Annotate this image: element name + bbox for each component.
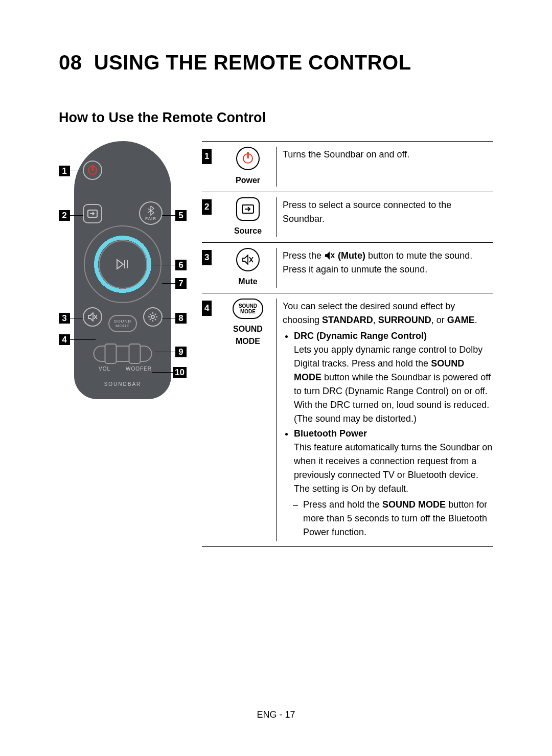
- mute-icon-inline: [324, 251, 335, 260]
- pair-label: PAIR: [145, 216, 156, 221]
- callout-3: 3: [59, 313, 83, 324]
- row-icon-label: Source: [220, 225, 276, 237]
- intro-text: .: [475, 315, 477, 325]
- table-row: 1 Power Turns the Soundbar on and off.: [202, 142, 493, 192]
- gear-icon: [148, 312, 158, 322]
- page-footer: ENG - 17: [0, 709, 552, 720]
- source-icon: [242, 204, 254, 214]
- callout-num: 3: [59, 313, 70, 324]
- callout-9: 9: [155, 347, 187, 357]
- callout-5: 5: [162, 210, 187, 221]
- callout-4: 4: [59, 334, 96, 345]
- row-icon-cell: Mute: [220, 248, 276, 288]
- row-num: 4: [202, 301, 212, 316]
- sound-mode-icon-box: SOUND MODE: [233, 299, 263, 319]
- callout-num: 1: [59, 166, 70, 176]
- row-desc: Press to select a source connected to th…: [276, 197, 493, 237]
- sub-text: Press and hold the: [303, 499, 382, 510]
- pill-line1: SOUND: [239, 303, 257, 309]
- settings-button: [143, 307, 163, 327]
- source-icon: [87, 210, 98, 218]
- remote-body: PAIR: [74, 141, 171, 399]
- woofer-label: WOOFER: [126, 366, 152, 372]
- intro-bold: SURROUND: [378, 315, 431, 325]
- callout-10: 10: [152, 367, 187, 378]
- intro-bold: GAME: [447, 315, 475, 325]
- callout-1: 1: [59, 166, 83, 176]
- desc-text: Press the: [283, 250, 324, 261]
- sound-mode-line2: MODE: [116, 324, 130, 328]
- callout-2: 2: [59, 210, 83, 221]
- callout-num: 8: [175, 313, 187, 324]
- table-row: 4 SOUND MODE SOUND MODE You can select t…: [202, 293, 493, 547]
- sub-bold: SOUND MODE: [382, 499, 446, 510]
- callout-num: 2: [59, 210, 70, 221]
- svg-point-1: [151, 315, 154, 318]
- bullet-title: DRC (Dynamic Range Control): [294, 331, 427, 341]
- table-row: 3 Mute Press the (Mute) button to mute: [202, 243, 493, 293]
- callout-num: 10: [173, 367, 187, 378]
- woofer-tab: [129, 343, 141, 364]
- nav-ring: [84, 225, 162, 303]
- section-title-text: USING THE REMOTE CONTROL: [94, 51, 411, 74]
- row-icon-cell: SOUND MODE SOUND MODE: [220, 299, 276, 541]
- row-num: 1: [202, 149, 212, 164]
- list-item: Bluetooth Power This feature automatical…: [294, 427, 493, 539]
- power-icon: [88, 166, 97, 175]
- intro-text: ,: [373, 315, 378, 325]
- vol-woofer-rocker: [94, 346, 152, 362]
- row-icon-cell: Source: [220, 197, 276, 237]
- vol-label: VOL: [99, 366, 110, 372]
- callout-num: 9: [175, 347, 187, 357]
- power-button: [83, 161, 102, 180]
- row-icon-label: Mute: [220, 276, 276, 288]
- brand-label: SOUNDBAR: [104, 381, 142, 387]
- row-icon-cell: Power: [220, 147, 276, 187]
- row-desc: Turns the Soundbar on and off.: [276, 147, 493, 187]
- source-button: [83, 204, 102, 223]
- row-num: 3: [202, 250, 212, 265]
- sound-mode-line1: SOUND: [114, 319, 131, 324]
- mute-icon: [87, 312, 98, 322]
- source-icon-box: [236, 197, 260, 221]
- row-icon-label: SOUND MODE: [220, 323, 276, 348]
- callout-num: 4: [59, 334, 70, 345]
- section-title: 08 USING THE REMOTE CONTROL: [59, 51, 493, 74]
- desc-bold: (Mute): [338, 250, 365, 261]
- row-desc: Press the (Mute) button to mute the soun…: [276, 248, 493, 288]
- pill-line2: MODE: [240, 309, 256, 314]
- row-num: 2: [202, 199, 212, 215]
- list-item: DRC (Dynamic Range Control) Lets you app…: [294, 329, 493, 426]
- power-icon-box: [236, 147, 260, 170]
- subsection-title: How to Use the Remote Control: [59, 110, 493, 126]
- list-item: Press and hold the SOUND MODE button for…: [303, 498, 493, 539]
- mute-icon-box: [236, 248, 260, 271]
- callout-num: 7: [175, 278, 187, 289]
- table-row: 2 Source Press to select a source connec…: [202, 192, 493, 243]
- intro-text: , or: [431, 315, 447, 325]
- bluetooth-pair-button: PAIR: [139, 201, 163, 225]
- section-number: 08: [59, 51, 82, 74]
- bullet-text: button while the Soundbar is powered off…: [294, 372, 491, 424]
- row-icon-label: Power: [220, 174, 276, 187]
- callout-num: 5: [175, 210, 187, 221]
- bullet-text: This feature automatically turns the Sou…: [294, 442, 492, 494]
- play-pause-icon: [116, 259, 129, 270]
- intro-bold: STANDARD: [322, 315, 373, 325]
- sound-mode-button: SOUND MODE: [108, 315, 137, 332]
- mute-icon: [242, 255, 254, 265]
- callout-num: 6: [175, 260, 187, 270]
- function-table: 1 Power Turns the Soundbar on and off. 2: [202, 141, 493, 547]
- callout-6: 6: [151, 260, 187, 270]
- callout-8: 8: [162, 313, 187, 324]
- vol-tab: [105, 343, 117, 364]
- bullet-title: Bluetooth Power: [294, 428, 367, 439]
- mute-button: [83, 307, 102, 327]
- callout-7: 7: [162, 278, 187, 289]
- bluetooth-icon: [147, 205, 154, 216]
- play-pause-button: [99, 240, 147, 289]
- row-desc: You can select the desired sound effect …: [276, 299, 493, 541]
- remote-diagram: PAIR: [59, 141, 187, 399]
